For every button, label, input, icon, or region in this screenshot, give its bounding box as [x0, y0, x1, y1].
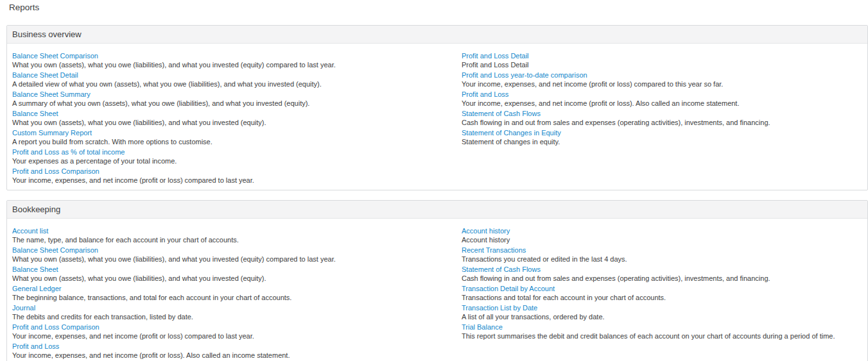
report-link-balance-sheet-summary[interactable]: Balance Sheet Summary — [12, 90, 91, 98]
report-link-journal[interactable]: Journal — [12, 304, 35, 312]
column-left: Balance Sheet Comparison What you own (a… — [12, 49, 462, 184]
section-business-overview: Business overview Balance Sheet Comparis… — [6, 25, 868, 190]
report-link-statement-of-cash-flows[interactable]: Statement of Cash Flows — [462, 265, 541, 273]
report-item: Transaction Detail by Account Transactio… — [462, 282, 862, 298]
report-description: The beginning balance, transactions, and… — [12, 294, 462, 301]
report-link-general-ledger[interactable]: General Ledger — [12, 285, 61, 292]
section-body-bookkeeping: Account list The name, type, and balance… — [7, 219, 867, 361]
report-item: Balance Sheet What you own (assets), wha… — [12, 263, 462, 278]
report-item: Balance Sheet Summary A summary of what … — [12, 88, 462, 103]
report-link-statement-of-cash-flows[interactable]: Statement of Cash Flows — [462, 110, 541, 117]
report-item: Trial Balance This report summarises the… — [462, 321, 862, 336]
report-link-profit-and-loss-comparison[interactable]: Profit and Loss Comparison — [12, 167, 100, 175]
section-body-business-overview: Balance Sheet Comparison What you own (a… — [7, 44, 867, 190]
report-description: Statement of changes in equity. — [462, 138, 862, 146]
report-item: Statement of Cash Flows Cash flowing in … — [462, 263, 862, 278]
report-link-profit-and-loss[interactable]: Profit and Loss — [12, 342, 59, 350]
report-description: Cash flowing in and out from sales and e… — [462, 274, 862, 282]
report-description: Your expenses as a percentage of your to… — [12, 157, 462, 165]
report-link-transaction-detail-by-account[interactable]: Transaction Detail by Account — [462, 285, 555, 292]
report-item: Transaction List by Date A list of all y… — [462, 301, 862, 317]
report-description: Profit and Loss Detail — [462, 61, 862, 69]
column-left: Account list The name, type, and balance… — [12, 224, 462, 359]
report-description: Transactions you created or edited in th… — [462, 255, 862, 263]
report-description: Your income, expenses, and net income (p… — [462, 99, 862, 107]
report-description: What you own (assets), what you owe (lia… — [12, 255, 462, 263]
report-item: Profit and Loss as % of total income You… — [12, 146, 462, 161]
report-link-profit-and-loss[interactable]: Profit and Loss — [462, 90, 508, 98]
column-right: Account history Account history Recent T… — [462, 224, 862, 359]
report-description: Transactions and total for each account … — [462, 294, 862, 301]
report-link-account-history[interactable]: Account history — [462, 227, 510, 235]
report-description: The debits and credits for each transact… — [12, 313, 462, 321]
report-item: Recent Transactions Transactions you cre… — [462, 244, 862, 259]
report-description: Your income, expenses, and net income (p… — [462, 80, 862, 88]
report-description: Account history — [462, 236, 862, 244]
report-description: A summary of what you own (assets), what… — [12, 99, 462, 107]
section-header-business-overview: Business overview — [7, 26, 867, 44]
report-item: Account history Account history — [462, 224, 862, 240]
report-item: Custom Summary Report A report you build… — [12, 126, 462, 142]
page-title: Reports — [9, 2, 868, 13]
report-description: Cash flowing in and out from sales and e… — [462, 119, 862, 126]
report-item: Account list The name, type, and balance… — [12, 224, 462, 240]
report-description: What you own (assets), what you owe (lia… — [12, 119, 462, 126]
report-description: Your income, expenses, and net income (p… — [12, 332, 462, 340]
report-item: Profit and Loss year-to-date comparison … — [462, 69, 862, 84]
report-link-account-list[interactable]: Account list — [12, 227, 48, 235]
report-link-recent-transactions[interactable]: Recent Transactions — [462, 246, 526, 254]
report-link-trial-balance[interactable]: Trial Balance — [462, 323, 503, 331]
report-link-transaction-list-by-date[interactable]: Transaction List by Date — [462, 304, 537, 312]
report-description: This report summarises the debit and cre… — [462, 332, 862, 340]
report-item: Profit and Loss Comparison Your income, … — [12, 165, 462, 180]
report-description: What you own (assets), what you owe (lia… — [12, 61, 462, 69]
report-description: Your income, expenses, and net income (p… — [12, 351, 462, 359]
section-header-bookkeeping: Bookkeeping — [7, 201, 867, 219]
report-description: Your income, expenses, and net income (p… — [12, 176, 462, 184]
report-link-profit-and-loss-comparison[interactable]: Profit and Loss Comparison — [12, 323, 100, 331]
report-item: Profit and Loss Detail Profit and Loss D… — [462, 49, 862, 65]
report-item: Balance Sheet What you own (assets), wha… — [12, 107, 462, 122]
report-item: Profit and Loss Your income, expenses, a… — [12, 340, 462, 355]
report-link-custom-summary-report[interactable]: Custom Summary Report — [12, 129, 92, 137]
report-item: Journal The debits and credits for each … — [12, 301, 462, 317]
report-link-balance-sheet-comparison[interactable]: Balance Sheet Comparison — [12, 246, 98, 254]
report-link-balance-sheet[interactable]: Balance Sheet — [12, 110, 58, 117]
report-link-profit-and-loss-as-percent-of-total-income[interactable]: Profit and Loss as % of total income — [12, 148, 125, 156]
report-item: Profit and Loss Your income, expenses, a… — [462, 88, 862, 103]
report-item: Balance Sheet Comparison What you own (a… — [12, 49, 462, 65]
report-item: General Ledger The beginning balance, tr… — [12, 282, 462, 298]
report-item: Statement of Changes in Equity Statement… — [462, 126, 862, 142]
report-description: A list of all your transactions, ordered… — [462, 313, 862, 321]
report-item: Profit and Loss Comparison Your income, … — [12, 321, 462, 336]
report-item: Balance Sheet Comparison What you own (a… — [12, 244, 462, 259]
report-link-profit-and-loss-detail[interactable]: Profit and Loss Detail — [462, 52, 529, 60]
report-item: Statement of Cash Flows Cash flowing in … — [462, 107, 862, 122]
report-item: Balance Sheet Detail A detailed view of … — [12, 69, 462, 84]
report-description: The name, type, and balance for each acc… — [12, 236, 462, 244]
report-link-balance-sheet-detail[interactable]: Balance Sheet Detail — [12, 71, 78, 79]
report-link-profit-and-loss-year-to-date-comparison[interactable]: Profit and Loss year-to-date comparison — [462, 71, 587, 79]
column-right: Profit and Loss Detail Profit and Loss D… — [462, 49, 862, 184]
report-link-balance-sheet[interactable]: Balance Sheet — [12, 265, 58, 273]
report-description: What you own (assets), what you owe (lia… — [12, 274, 462, 282]
report-link-balance-sheet-comparison[interactable]: Balance Sheet Comparison — [12, 52, 98, 60]
report-description: A detailed view of what you own (assets)… — [12, 80, 462, 88]
section-bookkeeping: Bookkeeping Account list The name, type,… — [6, 200, 868, 361]
report-link-statement-of-changes-in-equity[interactable]: Statement of Changes in Equity — [462, 129, 561, 137]
report-description: A report you build from scratch. With mo… — [12, 138, 462, 146]
